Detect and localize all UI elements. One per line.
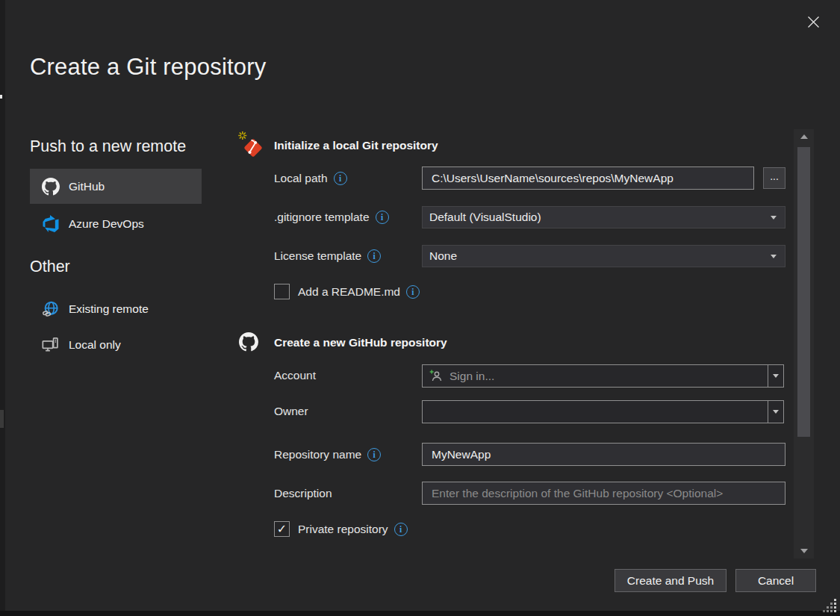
readme-label: Add a README.md [298, 285, 400, 299]
private-checkbox-row: ✓ Private repository i [274, 521, 408, 537]
sidebar-item-existing-label: Existing remote [69, 302, 149, 316]
info-icon[interactable]: i [376, 211, 389, 224]
info-icon[interactable]: i [367, 448, 381, 461]
gitignore-label-row: .gitignore template i [274, 210, 389, 225]
owner-label: Owner [274, 404, 308, 419]
license-label: License template [274, 249, 361, 263]
window-left-edge [0, 0, 5, 616]
sidebar-item-github-label: GitHub [69, 180, 105, 193]
scroll-down-icon[interactable] [800, 549, 808, 553]
license-template-dropdown[interactable]: None [422, 245, 785, 267]
chevron-down-icon [771, 255, 777, 258]
info-icon[interactable]: i [394, 523, 408, 536]
private-checkbox[interactable]: ✓ [274, 521, 290, 537]
sidebar-item-existing-remote[interactable]: Existing remote [30, 291, 202, 326]
close-button[interactable] [802, 12, 824, 34]
globe-link-icon [42, 300, 60, 318]
scrollbar-thumb[interactable] [797, 147, 810, 437]
vertical-scrollbar[interactable] [794, 129, 814, 559]
left-edge-tick [0, 95, 2, 99]
github-section-heading: Create a new GitHub repository [274, 336, 447, 349]
repo-name-input[interactable] [422, 443, 785, 466]
add-user-icon [429, 369, 444, 384]
git-new-icon [236, 130, 267, 164]
sidebar-heading-push-remote: Push to a new remote [30, 137, 186, 156]
scroll-up-icon[interactable] [800, 134, 808, 139]
dialog-title: Create a Git repository [30, 54, 266, 81]
check-icon: ✓ [277, 522, 287, 536]
info-icon[interactable]: i [367, 249, 381, 263]
azure-devops-icon [42, 215, 60, 233]
info-icon[interactable]: i [334, 172, 347, 185]
description-label: Description [274, 486, 332, 501]
window-bottom-edge [0, 611, 840, 616]
account-placeholder: Sign in... [449, 370, 494, 383]
sidebar-item-github[interactable]: GitHub [30, 169, 202, 204]
sidebar-item-azure-label: Azure DevOps [69, 217, 144, 231]
owner-dropdown-button[interactable] [768, 401, 783, 423]
chevron-down-icon [773, 410, 779, 414]
license-label-row: License template i [274, 249, 381, 264]
cancel-button[interactable]: Cancel [735, 569, 816, 592]
account-label: Account [274, 368, 316, 383]
sidebar-item-local-only[interactable]: Local only [30, 327, 202, 362]
chevron-down-icon [773, 374, 779, 378]
local-section-heading: Initialize a local Git repository [274, 139, 438, 152]
local-path-label-row: Local path i [274, 171, 347, 186]
account-combobox[interactable]: Sign in... [422, 364, 784, 388]
resize-grip[interactable] [823, 599, 838, 616]
gitignore-label: .gitignore template [274, 211, 370, 224]
create-and-push-button[interactable]: Create and Push [615, 569, 727, 592]
sidebar-heading-other: Other [30, 258, 70, 276]
account-dropdown-button[interactable] [768, 365, 783, 387]
info-icon[interactable]: i [406, 285, 420, 299]
description-input[interactable] [422, 482, 785, 505]
owner-combobox[interactable] [422, 400, 784, 423]
gitignore-template-dropdown[interactable]: Default (VisualStudio) [422, 206, 785, 228]
local-path-label: Local path [274, 172, 328, 185]
repo-name-label: Repository name [274, 448, 361, 461]
local-path-input[interactable] [422, 167, 754, 190]
sidebar-item-local-label: Local only [69, 338, 121, 352]
readme-checkbox[interactable] [274, 284, 290, 299]
repo-name-label-row: Repository name i [274, 447, 381, 462]
chevron-down-icon [771, 216, 777, 220]
license-template-value: None [429, 249, 457, 263]
sidebar-item-azure-devops[interactable]: Azure DevOps [30, 206, 202, 241]
github-icon [42, 178, 60, 196]
private-label: Private repository [298, 523, 388, 536]
browse-button[interactable]: ... [763, 167, 785, 189]
github-icon [239, 332, 258, 355]
computer-icon [42, 336, 60, 354]
left-edge-tick-2 [0, 410, 4, 428]
gitignore-template-value: Default (VisualStudio) [429, 211, 541, 224]
close-icon [807, 16, 820, 31]
readme-checkbox-row: Add a README.md i [274, 284, 420, 299]
